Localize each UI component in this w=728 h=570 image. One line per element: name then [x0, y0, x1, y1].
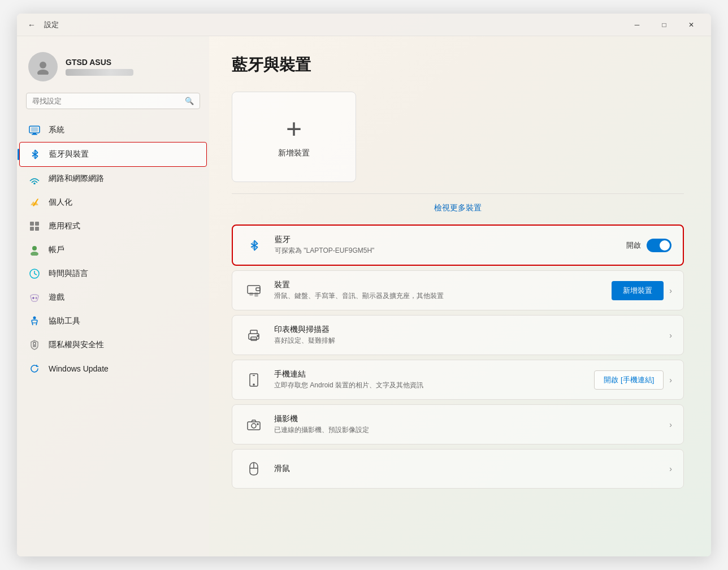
maximize-button[interactable]: □ — [651, 16, 677, 34]
sidebar-item-gaming-label: 遊戲 — [49, 292, 64, 303]
mouse-row-text: 滑鼠 — [274, 464, 659, 474]
bluetooth-toggle-label: 開啟 — [626, 240, 641, 251]
svg-rect-17 — [35, 227, 39, 231]
apps-icon — [28, 220, 41, 232]
mouse-right: › — [669, 464, 672, 473]
minimize-button[interactable]: ─ — [624, 16, 650, 34]
open-phone-button[interactable]: 開啟 [手機連結] — [594, 370, 664, 390]
devices-chevron: › — [669, 286, 672, 295]
sidebar-item-system[interactable]: 系統 — [17, 118, 209, 142]
view-more-row: 檢視更多裝置 — [232, 193, 684, 222]
sidebar: GTSD ASUS 🔍 系統 — [17, 36, 209, 556]
svg-rect-46 — [248, 422, 260, 430]
sidebar-item-network[interactable]: 網路和網際網路 — [17, 167, 209, 191]
svg-point-0 — [40, 62, 46, 68]
mouse-chevron: › — [669, 464, 672, 473]
sidebar-item-apps-label: 應用程式 — [49, 221, 80, 231]
mouse-icon — [244, 459, 264, 479]
sidebar-item-accessibility[interactable]: 協助工具 — [17, 309, 209, 333]
bluetooth-row-icon — [244, 235, 265, 256]
view-more-link[interactable]: 檢視更多裝置 — [434, 203, 482, 213]
printers-icon — [244, 325, 264, 346]
svg-rect-41 — [251, 337, 257, 340]
phone-row-text: 手機連結 立即存取您 Android 裝置的相片、文字及其他資訊 — [274, 369, 584, 390]
sidebar-item-privacy[interactable]: 隱私權與安全性 — [17, 333, 209, 357]
svg-point-1 — [37, 70, 49, 75]
sidebar-item-system-label: 系統 — [49, 125, 64, 135]
sidebar-item-accessibility-label: 協助工具 — [49, 316, 80, 326]
devices-row[interactable]: 裝置 滑鼠、鍵盤、手寫筆、音訊、顯示器及擴充座，其他裝置 新增裝置 › — [232, 271, 683, 310]
search-box[interactable]: 🔍 — [26, 93, 200, 109]
add-plus-icon: + — [286, 115, 302, 142]
phone-icon — [244, 370, 264, 390]
sidebar-item-accounts-label: 帳戶 — [49, 245, 64, 255]
content-area: 藍牙與裝置 + 新增裝置 檢視更多裝置 — [209, 36, 711, 556]
sidebar-item-personalization-label: 個人化 — [49, 197, 72, 208]
devices-title: 裝置 — [274, 280, 601, 290]
svg-point-19 — [31, 252, 38, 256]
network-icon — [28, 172, 41, 185]
sidebar-item-apps[interactable]: 應用程式 — [17, 214, 209, 238]
privacy-icon — [28, 339, 41, 351]
sidebar-item-gaming[interactable]: 遊戲 — [17, 286, 209, 309]
sidebar-item-personalization[interactable]: 個人化 — [17, 191, 209, 214]
sidebar-item-windows-update-label: Windows Update — [49, 364, 109, 373]
sidebar-item-time-label: 時間與語言 — [49, 269, 88, 279]
add-device-button[interactable]: 新增裝置 — [612, 281, 664, 300]
sidebar-item-bluetooth-label: 藍牙與裝置 — [49, 149, 89, 159]
camera-title: 攝影機 — [274, 414, 659, 424]
bluetooth-title: 藍牙 — [275, 235, 616, 245]
user-email — [66, 69, 133, 76]
system-icon — [28, 124, 41, 136]
svg-point-45 — [253, 384, 254, 385]
mouse-row[interactable]: 滑鼠 › — [232, 450, 683, 488]
bluetooth-row-text: 藍牙 可探索為 "LAPTOP-EUF9GM5H" — [275, 235, 616, 256]
printers-row[interactable]: 印表機與掃描器 喜好設定、疑難排解 › — [232, 316, 683, 355]
svg-rect-16 — [30, 227, 34, 231]
svg-line-22 — [34, 274, 37, 275]
bluetooth-icon — [29, 148, 41, 161]
user-section: GTSD ASUS — [17, 45, 209, 93]
sidebar-item-bluetooth[interactable]: 藍牙與裝置 — [19, 142, 207, 167]
back-button[interactable]: ← — [24, 17, 40, 33]
add-device-card[interactable]: + 新增裝置 — [232, 92, 356, 182]
svg-rect-38 — [255, 293, 258, 296]
phone-title: 手機連結 — [274, 369, 584, 379]
close-button[interactable]: ✕ — [678, 16, 704, 34]
personalization-icon — [28, 196, 41, 209]
bluetooth-section: 藍牙 可探索為 "LAPTOP-EUF9GM5H" 開啟 — [232, 224, 684, 266]
camera-icon — [244, 414, 264, 435]
phone-row[interactable]: 手機連結 立即存取您 Android 裝置的相片、文字及其他資訊 開啟 [手機連… — [232, 360, 683, 399]
svg-rect-28 — [33, 344, 36, 347]
svg-point-13 — [34, 183, 35, 184]
devices-right: 新增裝置 › — [612, 281, 672, 300]
svg-point-48 — [257, 424, 258, 425]
camera-chevron: › — [669, 420, 672, 429]
camera-right: › — [669, 420, 672, 429]
camera-row-text: 攝影機 已連線的攝影機、預設影像設定 — [274, 414, 659, 435]
svg-rect-15 — [35, 222, 39, 226]
sidebar-item-network-label: 網路和網際網路 — [49, 174, 104, 184]
bluetooth-subtitle: 可探索為 "LAPTOP-EUF9GM5H" — [275, 246, 616, 256]
sidebar-item-accounts[interactable]: 帳戶 — [17, 238, 209, 262]
svg-point-25 — [36, 297, 37, 298]
bluetooth-row: 藍牙 可探索為 "LAPTOP-EUF9GM5H" 開啟 — [233, 226, 683, 265]
printers-row-text: 印表機與掃描器 喜好設定、疑難排解 — [274, 325, 659, 346]
svg-rect-5 — [32, 134, 37, 135]
svg-point-27 — [33, 317, 36, 319]
phone-chevron: › — [669, 375, 672, 385]
sidebar-item-time[interactable]: 時間與語言 — [17, 262, 209, 286]
sidebar-item-windows-update[interactable]: Windows Update — [17, 357, 209, 381]
camera-row[interactable]: 攝影機 已連線的攝影機、預設影像設定 › — [232, 405, 683, 444]
add-device-label: 新增裝置 — [278, 148, 310, 158]
devices-icon — [244, 280, 264, 301]
printers-right: › — [669, 331, 672, 340]
printers-title: 印表機與掃描器 — [274, 325, 659, 335]
bluetooth-toggle[interactable] — [647, 239, 671, 252]
phone-section: 手機連結 立即存取您 Android 裝置的相片、文字及其他資訊 開啟 [手機連… — [232, 360, 684, 400]
search-input[interactable] — [32, 97, 180, 105]
settings-window: ← 設定 ─ □ ✕ GTSD ASUS — [17, 14, 711, 556]
mouse-title: 滑鼠 — [274, 464, 659, 474]
printers-subtitle: 喜好設定、疑難排解 — [274, 336, 659, 346]
sidebar-item-privacy-label: 隱私權與安全性 — [49, 340, 104, 350]
